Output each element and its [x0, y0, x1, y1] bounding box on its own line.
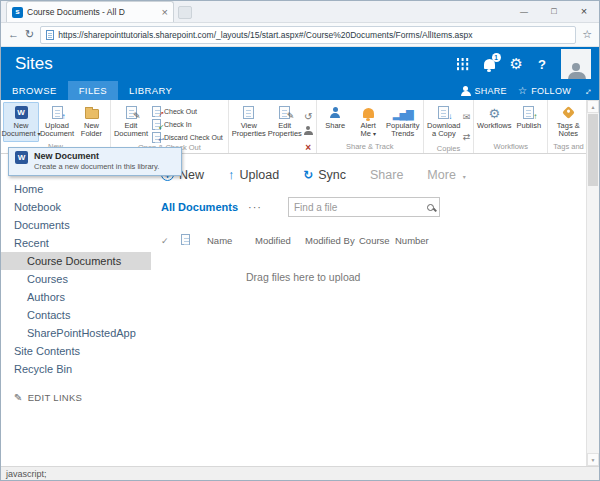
tab-files[interactable]: FILES	[68, 81, 118, 100]
workflows-button[interactable]: Workflows	[476, 102, 512, 142]
sidebar-item-recent[interactable]: Recent	[1, 234, 151, 252]
close-button[interactable]	[569, 0, 599, 22]
share-toolbar-button[interactable]: Share	[370, 168, 403, 182]
sync-button[interactable]: Sync	[303, 168, 346, 182]
view-all-documents[interactable]: All Documents	[161, 201, 238, 213]
favorites-star-icon[interactable]	[582, 29, 592, 40]
browser-window: Course Documents - All D https://sharepo…	[0, 0, 600, 481]
files-ribbon: New Document Upload Document New Folder …	[1, 100, 588, 154]
scroll-down-arrow[interactable]	[587, 453, 599, 466]
view-properties-button[interactable]: View Properties	[231, 102, 267, 154]
address-bar: https://sharepointtutorials.sharepoint.c…	[1, 23, 599, 47]
tab-library[interactable]: LIBRARY	[118, 81, 183, 100]
user-avatar[interactable]	[561, 49, 591, 79]
column-course[interactable]: Course	[359, 235, 395, 246]
chart-icon	[393, 104, 413, 122]
more-button[interactable]: More	[427, 168, 466, 182]
share-action[interactable]: SHARE	[460, 86, 507, 96]
discard-check-out-button[interactable]: Discard Check Out	[150, 131, 225, 143]
send-to-icon[interactable]	[463, 106, 471, 124]
sidebar-item-contacts[interactable]: Contacts	[1, 306, 151, 324]
delete-document-icon[interactable]	[305, 137, 311, 154]
tab-browse[interactable]: BROWSE	[1, 81, 68, 100]
browser-tab-bar: Course Documents - All D	[1, 1, 599, 23]
focus-on-content-icon[interactable]	[582, 85, 592, 96]
share-person-icon	[460, 86, 470, 96]
sidebar-item-courses[interactable]: Courses	[1, 270, 151, 288]
refresh-button[interactable]	[25, 29, 34, 40]
download-copy-icon	[438, 106, 449, 119]
page-icon	[46, 30, 54, 40]
back-button[interactable]	[8, 29, 19, 40]
url-text[interactable]: https://sharepointtutorials.sharepoint.c…	[58, 30, 570, 40]
sidebar-item-site-contents[interactable]: Site Contents	[1, 342, 151, 360]
download-a-copy-button[interactable]: Download a Copy	[426, 102, 462, 144]
edit-properties-button[interactable]: Edit Properties	[267, 102, 303, 154]
search-icon[interactable]	[427, 204, 434, 211]
dropdown-caret-icon	[371, 129, 376, 138]
column-name[interactable]: Name	[207, 235, 255, 246]
new-document-button[interactable]: New Document	[3, 102, 39, 142]
follow-label: FOLLOW	[531, 86, 571, 96]
settings-gear-icon[interactable]	[510, 55, 523, 73]
version-history-icon[interactable]	[304, 106, 312, 124]
upload-document-button[interactable]: Upload Document	[39, 102, 75, 142]
left-navigation: Home Notebook Documents Recent Course Do…	[1, 154, 151, 466]
check-in-icon	[152, 119, 161, 130]
share-label: SHARE	[474, 86, 507, 96]
share-ribbon-button[interactable]: Share	[319, 102, 352, 142]
tags-notes-button[interactable]: Tags & Notes	[550, 102, 586, 142]
shared-with-icon[interactable]	[304, 126, 313, 135]
manage-copies-icon[interactable]	[463, 126, 471, 144]
publish-button[interactable]: Publish	[512, 102, 545, 142]
scroll-up-arrow[interactable]	[587, 100, 599, 113]
discard-check-out-icon	[152, 132, 161, 143]
site-title[interactable]: Sites	[1, 54, 53, 74]
sidebar-item-recycle-bin[interactable]: Recycle Bin	[1, 360, 151, 378]
sidebar-item-sharepointhostedapp[interactable]: SharePointHostedApp	[1, 324, 151, 342]
vertical-scrollbar[interactable]	[586, 100, 599, 466]
url-box[interactable]: https://sharepointtutorials.sharepoint.c…	[40, 26, 576, 44]
column-modified-by[interactable]: Modified By	[305, 235, 359, 246]
notifications-bell-icon[interactable]: 1	[484, 59, 495, 69]
search-input[interactable]	[294, 202, 427, 213]
tab-close-icon[interactable]	[162, 6, 168, 18]
drag-files-hint: Drag files here to upload	[151, 247, 586, 283]
person-icon	[567, 63, 585, 79]
scrollbar-thumb[interactable]	[588, 114, 598, 186]
edit-document-button[interactable]: Edit Document	[113, 102, 149, 143]
check-in-button[interactable]: Check In	[150, 118, 225, 130]
help-icon[interactable]: ?	[538, 57, 546, 72]
new-document-tooltip: New Document Create a new document in th…	[8, 147, 182, 176]
upload-button[interactable]: Upload	[228, 167, 279, 182]
sidebar-item-documents[interactable]: Documents	[1, 216, 151, 234]
sync-icon	[303, 168, 313, 182]
minimize-button[interactable]	[509, 0, 539, 22]
new-tab-button[interactable]	[178, 6, 192, 19]
sidebar-item-course-documents[interactable]: Course Documents	[1, 252, 151, 270]
view-ellipsis[interactable]: ···	[248, 201, 262, 213]
sidebar-item-home[interactable]: Home	[1, 180, 151, 198]
follow-action[interactable]: FOLLOW	[518, 85, 571, 96]
column-modified[interactable]: Modified	[255, 235, 305, 246]
ribbon-right-actions: SHARE FOLLOW	[460, 85, 599, 96]
upload-document-icon	[52, 106, 63, 119]
new-folder-button[interactable]: New Folder	[75, 102, 108, 142]
sidebar-item-notebook[interactable]: Notebook	[1, 198, 151, 216]
edit-links-button[interactable]: EDIT LINKS	[1, 392, 151, 403]
app-launcher-icon[interactable]	[457, 58, 469, 70]
dropdown-caret-icon	[461, 168, 466, 182]
find-file-searchbox[interactable]	[288, 197, 440, 217]
status-text: javascript;	[6, 469, 47, 479]
tooltip-title: New Document	[34, 151, 159, 161]
column-headers: Name Modified Modified By Course Number	[151, 217, 586, 247]
maximize-button[interactable]	[539, 0, 569, 22]
alert-me-button[interactable]: Alert Me	[352, 102, 385, 142]
column-number[interactable]: Number	[395, 235, 437, 246]
select-all-checkbox[interactable]	[161, 235, 181, 246]
sidebar-item-authors[interactable]: Authors	[1, 288, 151, 306]
check-out-button[interactable]: Check Out	[150, 105, 225, 117]
popularity-trends-button[interactable]: Popularity Trends	[385, 102, 421, 142]
browser-tab[interactable]: Course Documents - All D	[6, 1, 174, 22]
share-icon	[330, 107, 341, 118]
